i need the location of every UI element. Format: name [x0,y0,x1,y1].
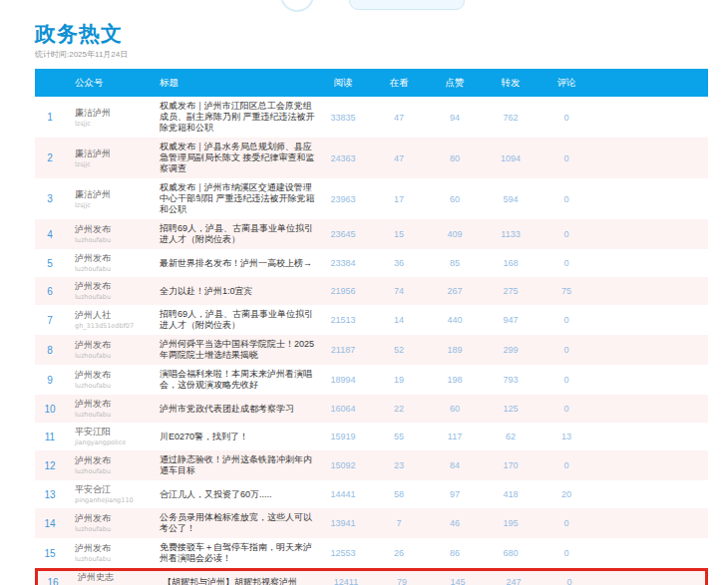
rank-cell: 14 [35,518,65,529]
article-title-cell[interactable]: 泸州何舜平当选中国科学院院士！2025年两院院士增选结果揭晓 [160,339,315,361]
account-name: 平安合江 [75,484,160,495]
article-title-cell[interactable]: 权威发布｜泸县水务局总规划师、县应急管理局副局长陈文 接受纪律审查和监察调查 [160,142,315,174]
account-name: 平安江阳 [75,427,160,438]
watching-value: 58 [371,489,427,499]
shares-value: 680 [483,548,539,558]
article-title[interactable]: 合江几人，又投资了60万..... [160,489,315,500]
article-title-cell[interactable]: 川E0270警，找到了！ [160,432,315,442]
rank-cell: 2 [35,152,65,163]
article-title[interactable]: 权威发布｜泸州市江阳区总工会原党组成员、副主席陈乃刚 严重违纪违法被开除党籍和公… [160,101,315,134]
top-decoration [0,0,728,14]
likes-value: 80 [427,153,483,163]
rank-cell: 10 [35,404,65,415]
shares-value: 168 [483,258,539,268]
shares-value: 1133 [483,229,539,239]
likes-value: 94 [427,113,483,123]
reads-value: 21956 [315,286,371,296]
comments-value: 0 [539,518,594,528]
article-title-cell[interactable]: 公务员录用体检标准放宽，这些人可以考公了！ [160,512,315,534]
article-title-cell[interactable]: 免费接驳车＋自驾停车指南，明天来泸州看演唱会必读！ [160,542,315,564]
article-title[interactable]: 免费接驳车＋自驾停车指南，明天来泸州看演唱会必读！ [160,542,315,564]
watching-value: 17 [371,194,427,204]
column-header-watching: 在看 [371,77,427,90]
table-row: 8 泸州发布 luzhoufabu 泸州何舜平当选中国科学院院士！2025年两院… [35,335,708,365]
rank-cell: 8 [35,345,65,356]
comments-value: 0 [539,375,594,385]
table-row: 10 泸州发布 luzhoufabu 泸州市党政代表团赴成都考察学习 16064… [35,395,708,423]
table-row: 7 泸州人社 gh_313d51edbf07 招聘69人，泸县、古蔺县事业单位拟… [35,305,708,335]
account-id: lzsjjc [75,160,160,168]
article-title-cell[interactable]: 权威发布｜泸州市纳溪区交通建设管理中心干部邹阳 严重违纪违法被开除党籍和公职 [160,182,315,215]
account-name: 泸州史志 [78,572,163,583]
table-row: 5 泸州发布 luzhoufabu 最新世界排名发布！泸州一高校上榜→ 2338… [35,249,708,277]
shares-value: 594 [483,194,539,204]
reads-value: 21513 [315,315,371,325]
likes-value: 46 [427,518,483,528]
article-title[interactable]: 公务员录用体检标准放宽，这些人可以考公了！ [160,512,315,534]
shares-value: 125 [483,404,539,414]
watching-value: 74 [371,286,427,296]
table-row: 4 泸州发布 luzhoufabu 招聘69人，泸县、古蔺县事业单位拟引进人才（… [35,219,708,249]
account-cell: 廉洁泸州 lzsjjc [65,189,160,209]
article-title[interactable]: 泸州市党政代表团赴成都考察学习 [160,404,315,415]
article-title[interactable]: 演唱会福利来啦！本周末来泸州看演唱会，这份观演攻略先收好 [160,369,315,391]
table-row: 15 泸州发布 luzhoufabu 免费接驳车＋自驾停车指南，明天来泸州看演唱… [35,538,708,568]
article-title-cell[interactable]: 演唱会福利来啦！本周末来泸州看演唱会，这份观演攻略先收好 [160,369,315,391]
comments-value: 0 [539,460,594,470]
article-title[interactable]: 【胡耀邦与泸州】胡耀邦视察泸州 [163,577,318,585]
watching-value: 26 [371,548,427,558]
table-row: 12 泸州发布 luzhoufabu 通过静态验收！泸州这条铁路冲刺年内通车目标… [35,450,708,480]
article-title[interactable]: 通过静态验收！泸州这条铁路冲刺年内通车目标 [160,454,315,476]
rank-cell: 15 [35,548,65,559]
watching-value: 47 [371,153,427,163]
comments-value: 0 [539,194,594,204]
article-title[interactable]: 泸州何舜平当选中国科学院院士！2025年两院院士增选结果揭晓 [160,339,315,361]
table-row: 14 泸州发布 luzhoufabu 公务员录用体检标准放宽，这些人可以考公了！… [35,508,708,538]
article-title-cell[interactable]: 最新世界排名发布！泸州一高校上榜→ [160,258,315,269]
article-title[interactable]: 川E0270警，找到了！ [160,432,315,442]
account-cell: 泸州发布 luzhoufabu [65,543,160,563]
table-row: 6 泸州发布 luzhoufabu 全力以赴！泸州1:0宜宾 21956 74 … [35,277,708,305]
article-title-cell[interactable]: 权威发布｜泸州市江阳区总工会原党组成员、副主席陈乃刚 严重违纪违法被开除党籍和公… [160,101,315,134]
reads-value: 33835 [315,113,371,123]
rank-cell: 12 [35,460,65,471]
reads-value: 14441 [315,489,371,499]
column-header-likes: 点赞 [427,77,483,90]
likes-value: 60 [427,194,483,204]
account-id: luzhoufabu [75,352,160,360]
shares-value: 299 [483,345,539,355]
article-title-cell[interactable]: 通过静态验收！泸州这条铁路冲刺年内通车目标 [160,454,315,476]
article-title[interactable]: 全力以赴！泸州1:0宜宾 [160,286,315,297]
account-name: 泸州发布 [75,513,160,524]
account-cell: 泸州发布 luzhoufabu [65,370,160,390]
account-name: 廉洁泸州 [75,148,160,159]
account-name: 泸州发布 [75,281,160,292]
likes-value: 189 [427,345,483,355]
rank-cell: 1 [35,112,65,123]
rank-cell: 9 [35,375,65,386]
reads-value: 15919 [315,432,371,441]
article-title-cell[interactable]: 【胡耀邦与泸州】胡耀邦视察泸州 [163,577,318,585]
account-cell: 泸州人社 gh_313d51edbf07 [65,310,160,330]
account-id: gh_313d51edbf07 [75,322,160,330]
column-header-title: 标题 [160,77,315,90]
table-row: 16 泸州史志 lzdsdfz 【胡耀邦与泸州】胡耀邦视察泸州 12411 79… [35,568,708,585]
watching-value: 23 [371,460,427,470]
article-title[interactable]: 权威发布｜泸县水务局总规划师、县应急管理局副局长陈文 接受纪律审查和监察调查 [160,142,315,174]
article-title[interactable]: 权威发布｜泸州市纳溪区交通建设管理中心干部邹阳 严重违纪违法被开除党籍和公职 [160,182,315,215]
article-title-cell[interactable]: 泸州市党政代表团赴成都考察学习 [160,404,315,415]
article-title[interactable]: 招聘69人，泸县、古蔺县事业单位拟引进人才（附岗位表） [160,309,315,331]
article-title-cell[interactable]: 合江几人，又投资了60万..... [160,489,315,500]
likes-value: 440 [427,315,483,325]
article-title-cell[interactable]: 招聘69人，泸县、古蔺县事业单位拟引进人才（附岗位表） [160,309,315,331]
account-name: 泸州人社 [75,310,160,321]
article-title[interactable]: 招聘69人，泸县、古蔺县事业单位拟引进人才（附岗位表） [160,223,315,245]
comments-value: 0 [539,113,594,123]
article-title[interactable]: 最新世界排名发布！泸州一高校上榜→ [160,258,315,269]
article-title-cell[interactable]: 全力以赴！泸州1:0宜宾 [160,286,315,297]
reads-value: 18994 [315,375,371,385]
shares-value: 1094 [483,153,539,163]
likes-value: 97 [427,489,483,499]
rank-cell: 5 [35,258,65,269]
article-title-cell[interactable]: 招聘69人，泸县、古蔺县事业单位拟引进人才（附岗位表） [160,223,315,245]
